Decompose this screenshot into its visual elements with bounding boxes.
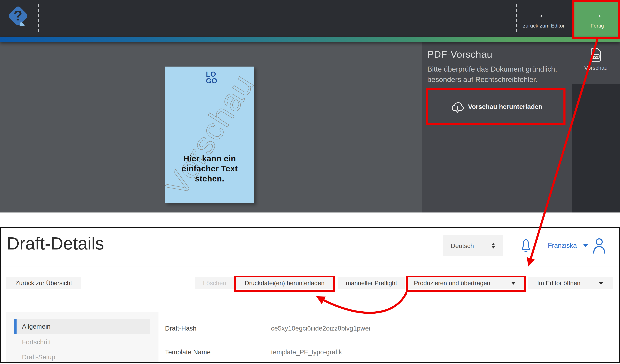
printformer-logo-icon[interactable]: ?: [7, 5, 31, 32]
field-value-draft-hash: ce5xy10egci6iiide2oizz8blvg1pwei: [271, 325, 370, 332]
pdf-preview-panel: PDF-Vorschau Bitte überprüfe das Dokumen…: [422, 42, 620, 212]
back-arrow-icon: ←: [538, 8, 550, 20]
sidebar-item-allgemein[interactable]: Allgemein: [14, 319, 150, 334]
placeholder-body-text: Hier kann ein einfacher Text stehen.: [169, 153, 250, 184]
field-label-draft-hash: Draft-Hash: [165, 325, 196, 332]
details-sidebar: Allgemein Fortschritt Draft-Setup: [6, 312, 158, 362]
screenshot-stage: ? ← zurück zum Editor → Fertig PDF-Vorsc…: [0, 0, 620, 364]
back-to-editor-button[interactable]: ← zurück zum Editor: [519, 0, 569, 37]
sidebar-item-label: Allgemein: [22, 323, 51, 330]
document-preview-card: Vorschau LO GO Hier kann ein einfacher T…: [165, 67, 254, 203]
toolbar-divider: [1, 305, 619, 305]
done-label: Fertig: [591, 23, 604, 29]
logo-line-2: GO: [206, 77, 217, 84]
page-title: Draft-Details: [7, 233, 104, 254]
select-arrows-icon: [492, 243, 495, 249]
back-to-overview-label: Zurück zur Übersicht: [16, 280, 72, 287]
manual-preflight-button[interactable]: manueller Preflight: [338, 277, 405, 289]
tab-pdf-preview[interactable]: PDF Vorschau: [572, 48, 620, 84]
manual-preflight-label: manueller Preflight: [346, 280, 397, 287]
active-indicator-bar: [14, 319, 16, 334]
sidebar-empty-area: [572, 84, 620, 212]
topbar-divider: [38, 4, 39, 33]
editor-topbar: ? ← zurück zum Editor → Fertig: [0, 0, 620, 37]
field-label-template-name: Template Name: [165, 349, 211, 356]
open-in-editor-button[interactable]: Im Editor öffnen: [528, 277, 613, 289]
logo-line-1: LO: [206, 71, 217, 77]
delete-label: Löschen: [203, 280, 226, 287]
download-printfiles-button[interactable]: Druckdatei(en) herunterladen: [236, 277, 333, 289]
user-menu-caret-icon[interactable]: [583, 244, 588, 247]
back-to-editor-label: zurück zum Editor: [523, 23, 565, 29]
panel-description-line1: Bitte überprüfe das Dokument gründlich,: [427, 64, 557, 74]
header-divider: [1, 267, 619, 267]
language-selected-value: Deutsch: [451, 242, 492, 249]
tab-pdf-preview-label: Vorschau: [584, 65, 607, 71]
sidebar-item-fortschritt[interactable]: Fortschritt: [14, 334, 150, 350]
download-preview-label: Vorschau herunterladen: [468, 103, 542, 110]
progress-gradient-bar: [0, 37, 620, 42]
done-button[interactable]: → Fertig: [574, 0, 620, 37]
dropdown-caret-icon: [599, 282, 604, 285]
forward-arrow-icon: →: [591, 8, 603, 20]
sidebar-item-label: Fortschritt: [22, 338, 51, 346]
pdf-file-icon: PDF: [590, 48, 602, 62]
topbar-divider: [516, 4, 517, 33]
download-preview-button[interactable]: Vorschau herunterladen: [426, 88, 565, 125]
notifications-bell-icon[interactable]: [520, 238, 531, 254]
panel-description-line2: besonders auf Rechtschreibfehler.: [427, 74, 557, 85]
dropdown-caret-icon: [511, 282, 516, 285]
placeholder-logo-text: LO GO: [206, 71, 217, 84]
user-menu-name[interactable]: Franziska: [548, 242, 577, 249]
preview-stage: PDF-Vorschau Bitte überprüfe das Dokumen…: [0, 42, 620, 212]
field-value-template-name: template_PF_typo-grafik: [271, 349, 342, 356]
sidebar-item-label: Draft-Setup: [22, 353, 55, 361]
sidebar-item-draft-setup[interactable]: Draft-Setup: [14, 349, 150, 364]
delete-button[interactable]: Löschen: [195, 277, 234, 289]
download-printfiles-label: Druckdatei(en) herunterladen: [245, 280, 325, 287]
produce-transfer-label: Produzieren und übertragen: [414, 280, 490, 287]
svg-text:?: ?: [14, 8, 22, 23]
produce-transfer-button[interactable]: Produzieren und übertragen: [408, 277, 524, 289]
back-to-overview-button[interactable]: Zurück zur Übersicht: [6, 277, 81, 289]
pdf-badge-text: PDF: [593, 55, 598, 58]
panel-title: PDF-Vorschau: [427, 49, 492, 60]
open-in-editor-label: Im Editor öffnen: [537, 280, 580, 287]
cloud-download-icon: [449, 100, 465, 114]
panel-description: Bitte überprüfe das Dokument gründlich, …: [427, 64, 557, 85]
language-select[interactable]: Deutsch: [443, 235, 503, 256]
user-avatar-icon[interactable]: [592, 238, 606, 254]
